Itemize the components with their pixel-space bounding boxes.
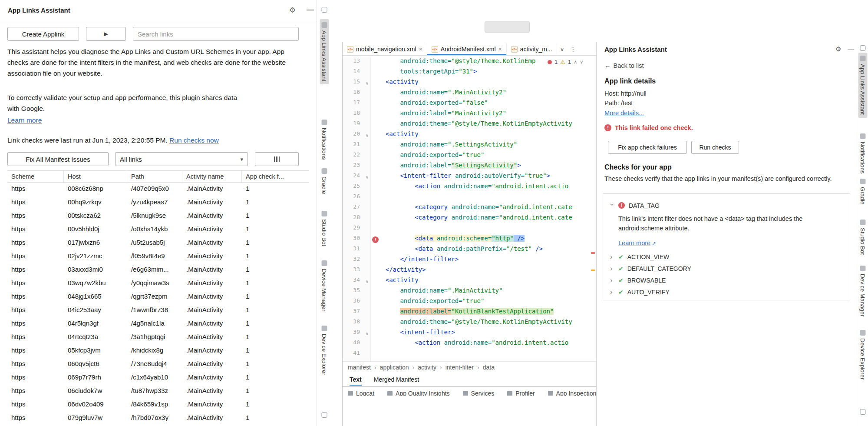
table-row[interactable]: https03wq7w2kbu/y0qqimaw3s.MainActivity1 <box>7 276 317 290</box>
table-row[interactable]: https00v5hhld0j/o0xhs14ykb.MainActivity1 <box>7 222 317 236</box>
table-row[interactable]: https06dv02o409/84k659v1sp.MainActivity1 <box>7 397 317 411</box>
line-number: 28 <box>353 214 360 220</box>
next-issue-icon[interactable]: ∨ <box>580 59 583 65</box>
run-button[interactable]: ▶ <box>86 27 126 41</box>
tool-stripe-top-icon[interactable] <box>860 45 865 51</box>
tab-merged-manifest[interactable]: Merged Manifest <box>374 373 419 386</box>
table-row[interactable]: https02jv21zzmc/l059v8t4e9.MainActivity1 <box>7 249 317 263</box>
column-header[interactable]: App check f... <box>242 171 309 182</box>
tool-window-button[interactable]: App Quality Insights <box>387 390 450 396</box>
check-row-auto_verify[interactable]: ›✔AUTO_VERIFY <box>610 286 843 298</box>
table-row[interactable]: https03axxd3mi0/e6g63mim....MainActivity… <box>7 263 317 276</box>
fold-icon[interactable]: ∨ <box>366 329 369 339</box>
error-stripe-mark[interactable] <box>591 252 595 254</box>
check-row-data-tag[interactable]: › ! DATA_TAG <box>610 200 843 211</box>
prev-issue-icon[interactable]: ∧ <box>574 59 577 65</box>
gear-icon[interactable]: ⚙ <box>289 6 296 15</box>
chevron-collapsed-icon[interactable]: › <box>610 277 614 284</box>
hidden-tabs-chevron-icon[interactable]: ∨ <box>557 43 568 55</box>
fold-icon[interactable]: ∨ <box>366 172 369 183</box>
minimize-icon[interactable]: — <box>848 45 854 53</box>
tool-stripe-device-manager[interactable]: Device Manager <box>320 257 329 314</box>
tab-options-kebab-icon[interactable]: ⋮ <box>567 43 579 55</box>
chevron-expanded-icon[interactable]: › <box>609 203 616 208</box>
tool-stripe-notifications[interactable]: Notifications <box>858 130 867 177</box>
breadcrumb-item[interactable]: data <box>483 362 495 373</box>
column-header[interactable]: Scheme <box>7 171 64 182</box>
code-editor[interactable]: 131415∨1617181920∨21222324∨252627282930!… <box>343 56 596 361</box>
run-checks-now-link[interactable]: Run checks now <box>169 136 219 144</box>
tool-stripe-app-links-assistant[interactable]: App Links Assistant <box>320 19 329 84</box>
table-row[interactable]: https079g9luv7w/h7bd07ox3y.MainActivity1 <box>7 411 317 424</box>
tool-stripe-studio-bot[interactable]: Studio Bot <box>858 216 867 258</box>
table-row[interactable]: https069p7r79rh/c1x64yab10.MainActivity1 <box>7 370 317 384</box>
column-header[interactable]: Activity name <box>182 171 242 182</box>
fix-app-check-failures-button[interactable]: Fix app check failures <box>608 141 687 154</box>
tool-stripe-bottom-icon[interactable] <box>860 409 865 415</box>
warning-count: 1 <box>568 59 571 65</box>
tab-androidmanifest-xml[interactable]: </> AndroidManifest.xml × <box>427 43 507 55</box>
chevron-collapsed-icon[interactable]: › <box>610 289 614 296</box>
tool-window-button[interactable]: Logcat <box>348 390 374 396</box>
check-row-action_view[interactable]: ›✔ACTION_VIEW <box>610 251 843 263</box>
table-row[interactable]: https04r5lqn3gf/4g5nalc1la.MainActivity1 <box>7 316 317 330</box>
tool-stripe-device-explorer[interactable]: Device Explorer <box>320 323 329 378</box>
back-to-list-link[interactable]: ←Back to list <box>604 62 644 69</box>
learn-more-link[interactable]: Learn more <box>618 240 650 246</box>
more-details-link[interactable]: More details... <box>604 110 644 116</box>
create-applink-button[interactable]: Create Applink <box>7 27 79 41</box>
table-row[interactable]: https060qv5jct6/73ne8udqj4.MainActivity1 <box>7 357 317 370</box>
table-row[interactable]: https06ciudok7w/tu87hwp33z.MainActivity1 <box>7 384 317 397</box>
tool-window-button[interactable]: Services <box>463 390 495 396</box>
table-row[interactable]: https04ic253aay/1wwnfbr738.MainActivity1 <box>7 303 317 316</box>
close-icon[interactable]: × <box>419 46 422 53</box>
tab-activity-main-xml[interactable]: </> activity_m... <box>507 43 557 55</box>
tool-stripe-gradle[interactable]: Gradle <box>858 176 867 208</box>
run-checks-button[interactable]: Run checks <box>691 141 739 154</box>
table-row[interactable]: https00tskcza62/5lknugk9se.MainActivity1 <box>7 209 317 222</box>
breadcrumb-item[interactable]: application <box>380 362 409 373</box>
chevron-collapsed-icon[interactable]: › <box>610 265 614 272</box>
links-table-body[interactable]: https008c6z68np/407e09q5x0.MainActivity1… <box>7 182 317 424</box>
check-row-default_category[interactable]: ›✔DEFAULT_CATEGORY <box>610 263 843 274</box>
learn-more-link[interactable]: Learn more <box>7 116 42 124</box>
tool-stripe-notifications[interactable]: Notifications <box>320 116 329 163</box>
tool-stripe-device-explorer[interactable]: Device Explorer <box>858 327 867 383</box>
tool-window-button[interactable]: Profiler <box>507 390 535 396</box>
fix-all-manifest-issues-button[interactable]: Fix All Manifest Issues <box>7 152 109 166</box>
breadcrumb-item[interactable]: activity <box>418 362 436 373</box>
columns-button[interactable] <box>255 152 299 166</box>
search-links-input[interactable] <box>133 27 299 41</box>
code-lines[interactable]: android:theme="@style/Theme.KotlinEmp to… <box>371 57 594 360</box>
tool-window-button[interactable]: App Inspection <box>548 390 596 396</box>
tool-stripe-bottom-icon[interactable] <box>321 412 327 418</box>
column-header[interactable]: Path <box>127 171 182 182</box>
tool-stripe-studio-bot[interactable]: Studio Bot <box>320 208 329 249</box>
fold-icon[interactable]: ∨ <box>366 78 369 89</box>
inspections-widget[interactable]: 1 ⚠ 1 ∧ ∨ <box>546 58 585 66</box>
tab-text[interactable]: Text <box>350 373 362 386</box>
table-row[interactable]: https048jg1x665/qgrt37ezpm.MainActivity1 <box>7 290 317 303</box>
tool-stripe-top-icon[interactable] <box>321 7 327 13</box>
table-row[interactable]: https05kfcp3jvm/khidckix8g.MainActivity1 <box>7 343 317 357</box>
tab-mobile-navigation-xml[interactable]: </> mobile_navigation.xml × <box>343 43 427 55</box>
table-row[interactable]: https008c6z68np/407e09q5x0.MainActivity1 <box>7 182 317 195</box>
breadcrumb-item[interactable]: intent-filter <box>446 362 474 373</box>
column-header[interactable]: Host <box>64 171 127 182</box>
fold-icon[interactable]: ∨ <box>366 276 369 287</box>
table-row[interactable]: https00hq9zrkqv/yzu4kpeas7.MainActivity1 <box>7 195 317 209</box>
chevron-collapsed-icon[interactable]: › <box>610 253 614 260</box>
close-icon[interactable]: × <box>498 46 502 53</box>
warning-stripe-mark[interactable] <box>591 270 595 271</box>
breadcrumb-item[interactable]: manifest <box>348 362 371 373</box>
minimize-icon[interactable]: — <box>307 6 314 14</box>
check-row-browsable[interactable]: ›✔BROWSABLE <box>610 274 843 286</box>
table-row[interactable]: https017jwlxzn6/u5t2usab5j.MainActivity1 <box>7 236 317 249</box>
links-filter-dropdown[interactable]: All links ▾ <box>115 152 248 166</box>
table-row[interactable]: https04rtcqtz3a/3a1hgptqgi.MainActivity1 <box>7 330 317 343</box>
tool-stripe-gradle[interactable]: Gradle <box>320 165 329 197</box>
tool-stripe-device-manager[interactable]: Device Manager <box>858 263 867 320</box>
gear-icon[interactable]: ⚙ <box>835 45 841 53</box>
fold-icon[interactable]: ∨ <box>366 130 369 141</box>
tool-stripe-app-links-assistant[interactable]: App Links Assistant <box>858 53 867 118</box>
